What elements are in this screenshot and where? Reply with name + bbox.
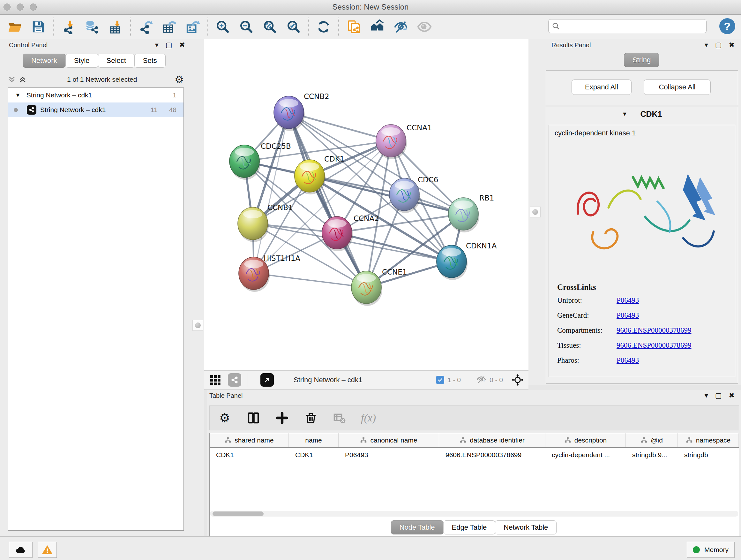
zoom-in-button[interactable] (215, 19, 230, 35)
help-button[interactable]: ? (719, 18, 735, 34)
panel-float-icon[interactable]: ▾ (704, 392, 708, 399)
table-horizontal-scrollbar[interactable] (210, 511, 738, 516)
tab-sets[interactable]: Sets (134, 54, 165, 68)
edge-HIST1H1A-CCNE1[interactable] (254, 273, 366, 287)
panel-maximize-icon[interactable]: ▢ (165, 42, 172, 49)
edge-CCNB2-CCNE1[interactable] (289, 112, 366, 287)
crosslink-link[interactable]: P06493 (616, 356, 639, 365)
column-header-shared-name[interactable]: shared name (210, 433, 289, 447)
table-toolbar: ⚙ f(x) (209, 406, 739, 430)
network-row[interactable]: String Network – cdk1 11 48 (8, 103, 184, 117)
protein-structure-image (556, 140, 728, 278)
import-network-button[interactable] (61, 19, 76, 35)
collection-expander-icon[interactable]: ▼ (15, 92, 21, 99)
tab-network[interactable]: Network (23, 54, 66, 68)
zoom-in-icon (215, 19, 230, 34)
show-columns-icon[interactable] (246, 411, 261, 425)
zoom-fit-icon (263, 19, 277, 34)
table-row[interactable]: CDK1CDK1P064939606.ENSP00000378699cyclin… (210, 448, 739, 462)
column-header-database-identifier[interactable]: database identifier (439, 433, 545, 447)
hide-selected-button[interactable] (393, 19, 408, 35)
automation-cloud-button[interactable] (9, 542, 32, 558)
import-network-from-database-button[interactable] (84, 19, 99, 35)
network-view-title: String Network – cdk1 (293, 371, 362, 389)
panel-maximize-icon[interactable]: ▢ (715, 42, 722, 49)
expand-all-icon[interactable] (18, 75, 27, 84)
node-CDK1[interactable]: CDK1 (294, 155, 345, 194)
create-column-icon[interactable] (275, 411, 289, 425)
fit-selected-button[interactable] (511, 371, 524, 389)
panel-close-icon[interactable]: ✖ (179, 42, 185, 49)
node-CDKN1A[interactable]: CDKN1A (436, 242, 497, 280)
node-label-HIST1H1A: HIST1H1A (264, 254, 300, 262)
protein-expander-icon[interactable]: ▼ (622, 111, 628, 118)
edge-CCNB2-HIST1H1A[interactable] (254, 112, 289, 273)
tab-node-table[interactable]: Node Table (391, 520, 444, 535)
tab-select[interactable]: Select (98, 54, 135, 68)
selected-checkbox-icon[interactable] (436, 376, 444, 384)
tab-edge-table[interactable]: Edge Table (443, 520, 495, 535)
collapse-all-button[interactable]: Collapse All (644, 79, 711, 95)
import-table-button[interactable] (108, 19, 123, 35)
string-share-button[interactable] (228, 371, 241, 389)
search-input[interactable] (560, 22, 703, 30)
panel-close-icon[interactable]: ✖ (729, 42, 735, 49)
node-HIST1H1A[interactable]: HIST1H1A (239, 254, 300, 292)
network-collection-row[interactable]: ▼ String Network – cdk1 1 (8, 88, 184, 103)
export-network-button[interactable] (138, 19, 153, 35)
node-CCNB1[interactable]: CCNB1 (238, 203, 293, 242)
save-session-button[interactable] (30, 19, 46, 35)
panel-maximize-icon[interactable]: ▢ (715, 392, 722, 399)
open-in-browser-button[interactable] (260, 371, 274, 389)
panel-float-icon[interactable]: ▾ (704, 42, 708, 49)
right-splitter[interactable] (529, 39, 542, 385)
node-CDC6[interactable]: CDC6 (389, 176, 438, 213)
zoom-fit-button[interactable] (262, 19, 278, 35)
expand-all-button[interactable]: Expand All (571, 79, 631, 95)
birdseye-grid-button[interactable] (209, 371, 221, 389)
crosslink-link[interactable]: 9606.ENSP00000378699 (616, 326, 691, 334)
refresh-button[interactable] (316, 19, 331, 35)
memory-button[interactable]: Memory (687, 542, 735, 558)
copy-network-button[interactable] (346, 19, 361, 35)
node-label-RB1: RB1 (479, 194, 494, 202)
column-header-namespace[interactable]: namespace (678, 433, 739, 447)
column-header-name[interactable]: name (289, 433, 339, 447)
crosslink-link[interactable]: P06493 (616, 311, 639, 320)
protein-header[interactable]: ▼ CDK1 (546, 110, 738, 119)
right-splitter-handle[interactable] (530, 206, 541, 217)
results-panel-window-icons: ▾ ▢ ✖ (704, 42, 735, 49)
crosslinks-section: CrossLinks Uniprot: P06493GeneCard: P064… (557, 283, 691, 371)
left-splitter[interactable] (192, 39, 204, 537)
search-box[interactable] (548, 19, 706, 33)
warnings-button[interactable] (38, 542, 57, 558)
table-options-gear-icon[interactable]: ⚙ (217, 411, 232, 425)
zoom-selected-button[interactable] (286, 19, 301, 35)
crosslink-link[interactable]: P06493 (616, 296, 639, 305)
zoom-out-button[interactable] (239, 19, 254, 35)
collapse-all-icon[interactable] (8, 75, 16, 84)
crosslink-link[interactable]: 9606.ENSP00000378699 (616, 341, 691, 350)
panel-close-icon[interactable]: ✖ (729, 392, 735, 399)
network-canvas[interactable]: CCNB2 CCNA1 CDC25B CDK1 CDC6 (204, 39, 529, 370)
left-splitter-handle[interactable] (192, 320, 203, 331)
node-CCNB2[interactable]: CCNB2 (274, 92, 329, 131)
export-image-button[interactable] (185, 19, 200, 35)
node-label-CCNB1: CCNB1 (267, 203, 293, 212)
table-panel: Table Panel ▾ ▢ ✖ ⚙ f(x) shared namename… (207, 390, 741, 537)
open-session-button[interactable] (7, 19, 22, 35)
column-header--id[interactable]: @id (626, 433, 678, 447)
tab-network-table[interactable]: Network Table (495, 520, 556, 535)
delete-column-icon[interactable] (304, 411, 318, 425)
refresh-icon (316, 19, 331, 34)
column-header-canonical-name[interactable]: canonical name (339, 433, 439, 447)
panel-float-icon[interactable]: ▾ (155, 42, 158, 49)
node-CCNE1[interactable]: CCNE1 (351, 268, 407, 306)
tab-style[interactable]: Style (65, 54, 98, 68)
node-RB1[interactable]: RB1 (448, 194, 494, 233)
home-button[interactable] (369, 19, 385, 35)
column-header-description[interactable]: description (545, 433, 626, 447)
tab-string[interactable]: String (624, 53, 659, 67)
export-table-button[interactable] (161, 19, 177, 35)
network-options-gear-icon[interactable]: ⚙ (175, 74, 184, 84)
